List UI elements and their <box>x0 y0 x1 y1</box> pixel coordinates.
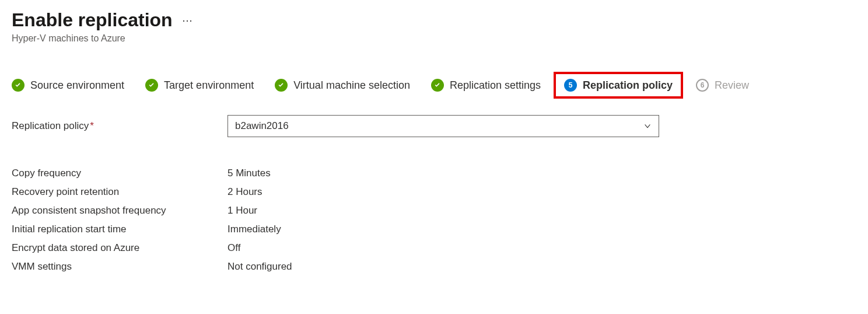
step-source-environment[interactable]: Source environment <box>12 79 124 92</box>
wizard-steps: Source environment Target environment Vi… <box>12 76 856 94</box>
replication-policy-label: Replication policy* <box>12 120 228 132</box>
detail-row: Encrypt data stored on Azure Off <box>12 242 856 254</box>
check-icon <box>275 79 288 92</box>
chevron-down-icon <box>643 122 652 130</box>
detail-row: App consistent snapshot frequency 1 Hour <box>12 205 856 217</box>
step-virtual-machine-selection[interactable]: Virtual machine selection <box>275 79 410 92</box>
detail-label: App consistent snapshot frequency <box>12 205 228 217</box>
step-number-badge: 6 <box>696 79 709 92</box>
detail-label: Encrypt data stored on Azure <box>12 242 228 254</box>
detail-value: 2 Hours <box>228 186 262 198</box>
check-icon <box>431 79 444 92</box>
detail-label: Initial replication start time <box>12 224 228 235</box>
policy-details: Copy frequency 5 Minutes Recovery point … <box>12 168 856 273</box>
detail-row: Initial replication start time Immediate… <box>12 224 856 235</box>
step-label: Source environment <box>30 79 124 92</box>
detail-value: Off <box>228 242 240 254</box>
check-icon <box>12 79 24 92</box>
page-title: Enable replication <box>12 9 173 31</box>
detail-row: VMM settings Not configured <box>12 261 856 273</box>
detail-row: Recovery point retention 2 Hours <box>12 186 856 198</box>
step-number-badge: 5 <box>564 79 577 92</box>
required-indicator: * <box>90 120 94 131</box>
detail-row: Copy frequency 5 Minutes <box>12 168 856 179</box>
detail-value: 1 Hour <box>228 205 257 217</box>
detail-label: Recovery point retention <box>12 186 228 198</box>
step-label: Virtual machine selection <box>293 79 410 92</box>
dropdown-value: b2awin2016 <box>235 120 289 132</box>
detail-value: Immediately <box>228 224 281 235</box>
more-options-icon[interactable]: ⋯ <box>182 14 193 27</box>
step-replication-settings[interactable]: Replication settings <box>431 79 541 92</box>
replication-policy-dropdown[interactable]: b2awin2016 <box>228 115 659 137</box>
step-label: Target environment <box>164 79 254 92</box>
step-label: Replication settings <box>450 79 541 92</box>
page-subtitle: Hyper-V machines to Azure <box>12 33 856 44</box>
check-icon <box>145 79 158 92</box>
step-target-environment[interactable]: Target environment <box>145 79 254 92</box>
step-label: Review <box>715 79 749 92</box>
detail-value: Not configured <box>228 261 292 273</box>
step-replication-policy[interactable]: 5 Replication policy <box>554 72 683 99</box>
step-review[interactable]: 6 Review <box>696 79 749 92</box>
detail-label: VMM settings <box>12 261 228 273</box>
detail-label: Copy frequency <box>12 168 228 179</box>
step-label: Replication policy <box>583 79 673 92</box>
detail-value: 5 Minutes <box>228 168 271 179</box>
